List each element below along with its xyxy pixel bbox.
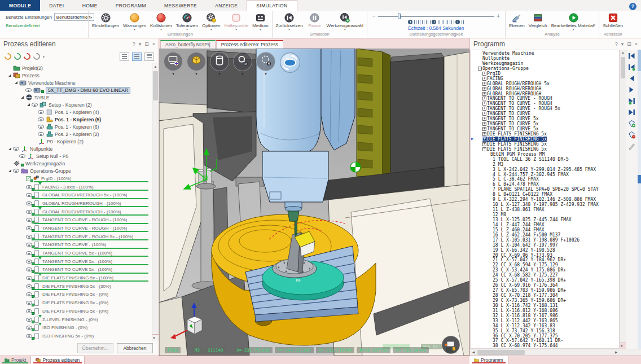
refresh-settings-button[interactable] xyxy=(32,52,42,62)
tree-item-setup-null-p0[interactable]: Setup Null - P0 xyxy=(2,152,151,160)
bottom-tab-programm[interactable]: Programm xyxy=(469,356,508,364)
eye-icon[interactable] xyxy=(32,103,38,107)
eye-icon[interactable] xyxy=(13,147,19,151)
expand-icon[interactable] xyxy=(27,103,30,106)
expand-icon[interactable]: + xyxy=(482,137,486,141)
collapse-icon[interactable]: − xyxy=(482,147,486,151)
expand-icon[interactable]: + xyxy=(482,102,486,106)
tree-item-prozess[interactable]: Prozess xyxy=(2,72,151,79)
operation-item[interactable]: TANGENT TO CURVE - ROUGH - (100%) xyxy=(26,224,151,233)
eye-icon[interactable] xyxy=(38,125,44,129)
eye-icon[interactable] xyxy=(38,132,44,136)
tree-item-pos-1-kopieren-4[interactable]: Pos. 1 - Kopieren (4) xyxy=(2,108,151,116)
eye-icon[interactable] xyxy=(13,169,19,173)
tree-item-nullpunkte[interactable]: Nullpunkte xyxy=(2,145,151,152)
tree-item-p0-kopieren-2[interactable]: P0 - Kopieren (2) xyxy=(2,138,151,145)
scroll-left-icon[interactable]: ◀ xyxy=(470,349,477,356)
speed-plus-button[interactable]: + xyxy=(497,14,500,19)
refresh-orange-button[interactable] xyxy=(3,52,13,62)
skip-forward-bookmark-button[interactable] xyxy=(627,97,636,105)
operation-item[interactable]: GLOBAL ROUGH/REROUGH - (100%) xyxy=(26,199,151,208)
ribbon-button-vergleich[interactable]: Vergleich▾ xyxy=(527,12,549,32)
ribbon-button-haltepunkte[interactable]: Haltepunkte▾ xyxy=(222,12,250,32)
help-icon[interactable]: ? xyxy=(629,3,636,10)
tree-item-pos-1-kopieren-5[interactable]: Pos. 1 - Kopieren (5) xyxy=(2,116,151,123)
expand-icon[interactable]: + xyxy=(482,107,486,111)
tree-item-setup-kopieren-2[interactable]: Setup - Kopieren (2) xyxy=(2,101,151,108)
selection-tool-button[interactable] xyxy=(256,52,275,71)
expand-icon[interactable]: + xyxy=(482,127,486,131)
operation-item[interactable]: TANGENT TO CURVE - ROUGH - (100%) xyxy=(26,216,151,224)
ribbon-tab-simulation[interactable]: SIMULATION xyxy=(247,0,297,11)
expand-icon[interactable]: + xyxy=(482,132,486,136)
ribbon-button-ebenen[interactable]: Ebenen▾ xyxy=(507,12,526,32)
tree-item-werkzeugmagazin[interactable]: Werkzeugmagazin xyxy=(2,160,151,167)
nc-program-listing[interactable]: Verwendete MaschineNullpunkteWerkzeugmag… xyxy=(470,50,620,349)
tree-item-5x-tt-dmg-dmu-60-evo-linear[interactable]: 5X_TT_DMG - DMU 60 EVO LINEAR xyxy=(2,86,151,94)
operation-item[interactable]: ISO FINISHING 5x - (0%) xyxy=(26,332,151,340)
operation-item[interactable]: DIE FLATS FINISHING 5x - (0%) xyxy=(26,299,151,307)
skip-back-bookmark-button[interactable] xyxy=(627,63,636,71)
chevron-down-icon[interactable]: ▾ xyxy=(43,55,45,59)
edit-pencil-icon[interactable] xyxy=(627,142,636,150)
dropdown-icon[interactable]: ▾ xyxy=(139,41,142,47)
expand-icon[interactable]: + xyxy=(482,72,486,76)
help-icon[interactable]: ? xyxy=(615,41,618,47)
dropdown-caret[interactable]: ▾ xyxy=(242,72,243,76)
expand-icon[interactable] xyxy=(8,147,11,150)
operation-item[interactable]: GLOBAL ROUGH/REROUGH - (100%) xyxy=(26,208,151,216)
dropdown-icon[interactable]: ▾ xyxy=(621,41,624,47)
expand-icon[interactable]: + xyxy=(482,82,486,86)
ribbon-tab-programm[interactable]: PROGRAMM xyxy=(107,0,155,11)
machine-3d-render[interactable]: P0 xyxy=(159,49,469,356)
tree-item-table[interactable]: TABLE xyxy=(2,94,151,101)
bottom-tab-projekt[interactable]: Projekt xyxy=(0,356,31,364)
expand-icon[interactable]: + xyxy=(482,112,486,116)
viewport-tab-aero-butterfly-ncsprj[interactable]: Aero_butterfly.NcsPrj xyxy=(160,40,216,49)
ribbon-tab-messwerte[interactable]: MESSWERTE xyxy=(155,0,206,11)
program-hscrollbar[interactable]: ◀ ▶ xyxy=(470,349,641,356)
operation-item[interactable]: Z-LEVEL FINISHING - (0%) xyxy=(26,315,151,324)
remove-bookmark-button[interactable] xyxy=(627,131,636,139)
operation-item[interactable]: ISO FINISHING - (0%) xyxy=(26,323,151,332)
expand-icon[interactable]: + xyxy=(482,122,486,126)
operation-item[interactable]: DIE FLATS FINISHING 5x - (0%) xyxy=(26,291,151,299)
scrollbar-thumb[interactable] xyxy=(153,71,158,100)
operation-item[interactable]: DIE FLATS FINISHING 5x - (30%) xyxy=(26,282,151,291)
expand-icon[interactable]: + xyxy=(482,97,486,100)
step-back-button[interactable] xyxy=(627,74,636,82)
ribbon-button-optionen[interactable]: Optionen▾ xyxy=(200,12,222,32)
scroll-up-icon[interactable]: ▲ xyxy=(620,50,626,56)
operation-item[interactable]: DIE FLATS FINISHING 5x - (100%) xyxy=(26,274,151,282)
dropdown-caret[interactable]: ▾ xyxy=(195,72,197,76)
tree-item-operations-gruppe[interactable]: Operations-Gruppe xyxy=(2,167,151,174)
float-icon[interactable]: ⊡ xyxy=(627,41,631,47)
tree-scrollbar[interactable]: ▲ ▼ xyxy=(152,63,159,341)
operation-item[interactable]: TANGENT TO CURVE 5x - (100%) xyxy=(26,266,151,274)
ribbon-button-toleranzen[interactable]: Toleranzen▾ xyxy=(174,12,200,32)
expand-icon[interactable]: + xyxy=(482,142,486,146)
operation-item[interactable]: TANGENT TO CURVE - ROUGH 5x - (100%) xyxy=(26,233,151,241)
close-icon[interactable]: × xyxy=(635,41,638,47)
view-mode-medium-button[interactable] xyxy=(132,52,142,61)
tree-item-pos-2-kopieren-2[interactable]: Pos. 2 - Kopieren (2) xyxy=(2,130,151,138)
stock-view-button[interactable] xyxy=(187,52,206,71)
ribbon-button-werkzeugauswahl[interactable]: Werkzeugauswahl▾ xyxy=(325,12,365,32)
operation-item[interactable]: TANGENT TO CURVE 5x - (100%) xyxy=(26,257,151,266)
step-forward-button[interactable] xyxy=(627,86,636,94)
rotate-view-button[interactable] xyxy=(279,52,301,73)
add-bookmark-button[interactable] xyxy=(627,120,636,128)
dropdown-caret[interactable]: ▾ xyxy=(265,72,266,76)
help-icon[interactable]: ? xyxy=(133,41,135,47)
speed-minus-button[interactable]: − xyxy=(372,14,376,19)
view-mode-large-button[interactable] xyxy=(120,52,129,61)
operation-item[interactable]: FACING - 3 axis - (100%) xyxy=(26,183,151,191)
refresh-green-button[interactable] xyxy=(13,52,23,62)
expand-icon[interactable] xyxy=(8,74,11,77)
scrollbar-thumb[interactable] xyxy=(477,350,525,355)
eye-icon[interactable] xyxy=(19,154,25,158)
ribbon-button-schließen[interactable]: Schließen▾ xyxy=(601,12,625,32)
bottom-tab-prozess-editieren[interactable]: Prozess editieren xyxy=(31,356,85,364)
ribbon-button-zurücksetzen[interactable]: Zurücksetzen▾ xyxy=(274,12,305,32)
eye-icon[interactable] xyxy=(38,110,44,114)
